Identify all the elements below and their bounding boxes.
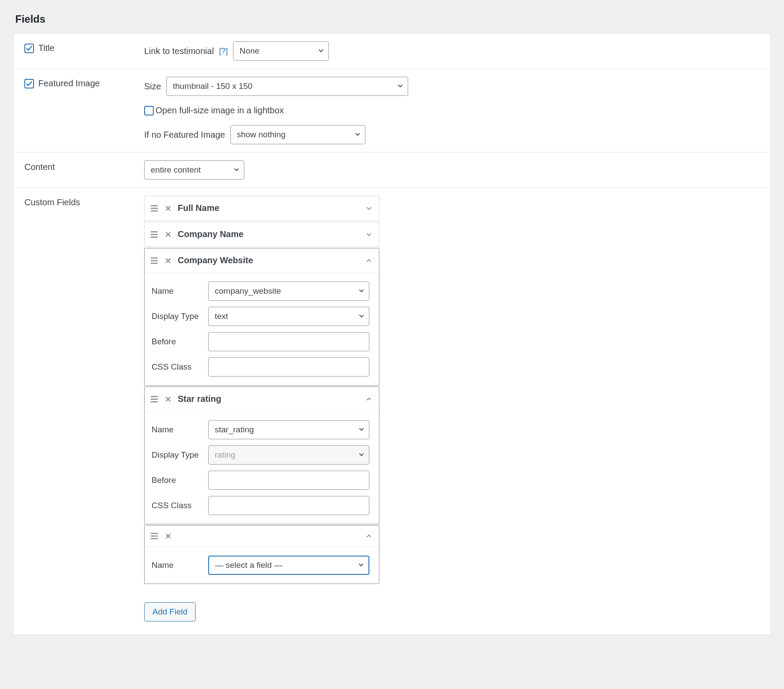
chevron-down-icon[interactable] (366, 231, 372, 238)
custom-field-body: Namestar_ratingDisplay TyperatingBeforeC… (145, 411, 379, 524)
help-icon[interactable]: [?] (219, 47, 228, 56)
field-name-select[interactable]: company_website (208, 282, 369, 301)
custom-fields-label: Custom Fields (24, 197, 80, 207)
add-field-button[interactable]: Add Field (144, 602, 196, 621)
custom-fields-list: Full NameCompany NameCompany WebsiteName… (144, 196, 379, 585)
chevron-down-icon (233, 165, 240, 175)
remove-field-icon[interactable] (165, 257, 172, 264)
custom-field-title: Company Name (178, 229, 360, 239)
row-content: Content entire content (14, 152, 770, 187)
row-custom-fields: Custom Fields Full NameCompany NameCompa… (14, 187, 770, 635)
select-value: text (215, 312, 228, 321)
chevron-up-icon[interactable] (366, 258, 372, 264)
fields-panel: Title Link to testimonial [?] None Featu… (13, 33, 771, 635)
custom-field-header[interactable] (145, 526, 379, 547)
chevron-up-icon[interactable] (366, 533, 372, 539)
chevron-down-icon (397, 81, 403, 91)
custom-field-body: Name— select a field — (145, 547, 379, 584)
link-to-testimonial-label: Link to testimonial (144, 46, 214, 56)
remove-field-icon[interactable] (165, 533, 172, 540)
select-value: show nothing (237, 130, 286, 139)
featured-image-checkbox[interactable] (24, 79, 34, 88)
display-type-label: Display Type (152, 450, 208, 460)
drag-handle-icon[interactable] (150, 396, 159, 403)
select-value: rating (215, 450, 236, 460)
chevron-down-icon (358, 560, 364, 570)
select-value: None (240, 46, 259, 56)
chevron-down-icon (358, 286, 365, 296)
custom-field-title: Star rating (178, 394, 360, 404)
featured-image-label: Featured Image (38, 78, 100, 88)
chevron-down-icon (358, 450, 365, 460)
remove-field-icon[interactable] (165, 396, 172, 403)
chevron-up-icon[interactable] (366, 396, 372, 402)
drag-handle-icon[interactable] (150, 231, 159, 238)
chevron-down-icon (318, 46, 324, 56)
css-class-label: CSS Class (152, 362, 208, 372)
custom-field-title: Full Name (178, 203, 360, 213)
custom-field-body: Namecompany_websiteDisplay TypetextBefor… (145, 273, 379, 385)
content-select[interactable]: entire content (144, 160, 244, 180)
drag-handle-icon[interactable] (150, 205, 159, 212)
before-label: Before (152, 337, 208, 346)
if-no-featured-select[interactable]: show nothing (230, 125, 365, 144)
display-type-select[interactable]: text (208, 307, 369, 326)
title-checkbox[interactable] (24, 44, 34, 53)
custom-field-header[interactable]: Full Name (145, 196, 379, 221)
lightbox-label: Open full-size image in a lightbox (155, 105, 284, 115)
title-label: Title (38, 43, 54, 53)
chevron-down-icon (358, 425, 365, 434)
remove-field-icon[interactable] (165, 205, 172, 212)
custom-field-header[interactable]: Company Name (145, 222, 379, 247)
link-to-testimonial-select[interactable]: None (233, 41, 329, 61)
select-value: star_rating (215, 425, 254, 434)
name-label: Name (152, 425, 208, 434)
chevron-down-icon (355, 130, 361, 139)
lightbox-checkbox[interactable] (144, 106, 154, 115)
row-title: Title Link to testimonial [?] None (14, 33, 770, 68)
select-value: company_website (215, 286, 281, 296)
row-featured-image: Featured Image Size thumbnail - 150 x 15… (14, 68, 770, 152)
before-label: Before (152, 475, 208, 485)
custom-field-header[interactable]: Star rating (145, 387, 379, 411)
content-label: Content (24, 162, 55, 172)
remove-field-icon[interactable] (165, 231, 172, 238)
custom-field-item: Full Name (144, 196, 379, 221)
name-label: Name (152, 286, 208, 296)
custom-field-item: Star ratingNamestar_ratingDisplay Typera… (144, 387, 379, 524)
before-input[interactable] (208, 471, 369, 490)
before-input[interactable] (208, 332, 369, 351)
select-value: thumbnail - 150 x 150 (173, 81, 253, 91)
css-class-input[interactable] (208, 496, 369, 515)
drag-handle-icon[interactable] (150, 257, 159, 264)
select-value: entire content (151, 165, 201, 175)
if-no-featured-label: If no Featured Image (144, 130, 225, 140)
chevron-down-icon[interactable] (366, 205, 372, 211)
custom-field-header[interactable]: Company Website (145, 248, 379, 273)
display-type-label: Display Type (152, 312, 208, 321)
page-title: Fields (13, 13, 771, 25)
custom-field-title: Company Website (178, 255, 360, 265)
custom-field-item: Name— select a field — (144, 525, 379, 584)
chevron-down-icon (358, 312, 365, 321)
size-label: Size (144, 81, 161, 92)
name-label: Name (152, 560, 208, 570)
field-name-select[interactable]: star_rating (208, 420, 369, 439)
css-class-input[interactable] (208, 357, 369, 377)
drag-handle-icon[interactable] (150, 533, 159, 540)
select-value: — select a field — (215, 560, 282, 570)
field-name-select[interactable]: — select a field — (208, 556, 369, 575)
custom-field-item: Company Name (144, 222, 379, 247)
custom-field-item: Company WebsiteNamecompany_websiteDispla… (144, 248, 379, 386)
size-select[interactable]: thumbnail - 150 x 150 (166, 77, 408, 96)
display-type-select: rating (208, 445, 369, 465)
css-class-label: CSS Class (152, 501, 208, 510)
